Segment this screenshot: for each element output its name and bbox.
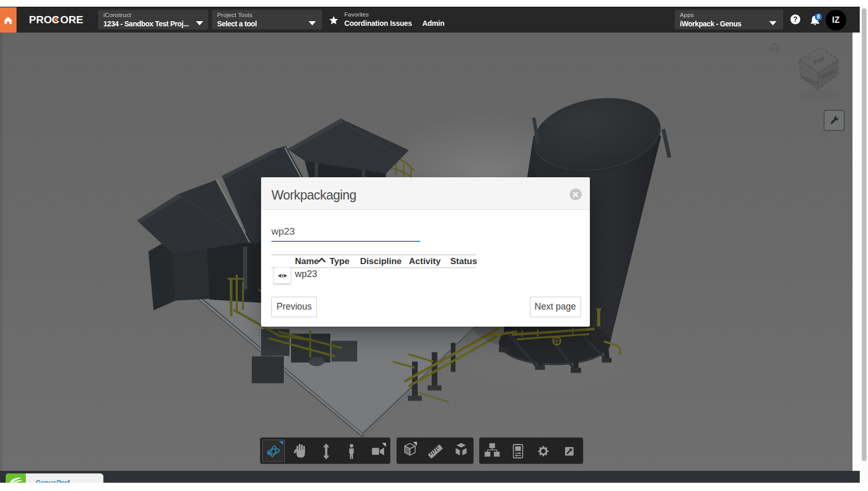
svg-text:8: 8 xyxy=(817,14,820,20)
svg-text:ORE: ORE xyxy=(60,15,83,25)
svg-text:PRO: PRO xyxy=(29,15,52,25)
